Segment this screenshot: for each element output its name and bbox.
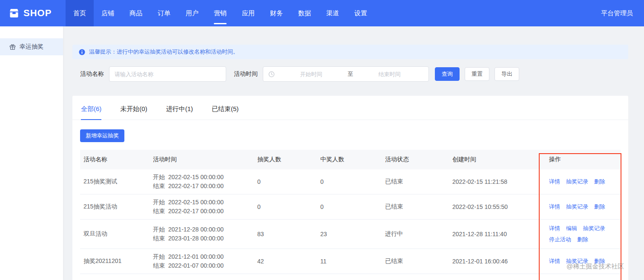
action-link-draw-record[interactable]: 抽奖记录 <box>583 223 605 234</box>
activity-time-cell: 开始2021-12-01 00:00:00 结束2022-01-07 00:00… <box>150 249 254 274</box>
tab-not-started[interactable]: 未开始(0) <box>120 105 147 120</box>
end-time-input[interactable] <box>356 71 423 77</box>
start-time-input[interactable] <box>277 71 345 77</box>
activity-time-cell: 开始2022-02-15 00:00:00 结束2022-02-17 00:00… <box>150 169 254 194</box>
column-header-draw-count: 抽奖人数 <box>254 150 317 169</box>
status-cell: 已结束 <box>382 169 449 194</box>
time-start-prefix: 开始 <box>153 174 165 180</box>
action-link-delete[interactable]: 删除 <box>594 176 605 187</box>
action-link-delete[interactable]: 删除 <box>577 234 588 245</box>
time-end-value: 2023-01-28 00:00:00 <box>168 235 224 242</box>
activity-time-label: 活动时间 <box>234 70 258 78</box>
activity-name-input[interactable] <box>109 66 226 82</box>
action-link-draw-record[interactable]: 抽奖记录 <box>566 201 588 212</box>
draw-count-cell: 42 <box>254 249 317 274</box>
user-menu[interactable]: 平台管理员 <box>601 0 644 26</box>
actions-cell: 详情 抽奖记录 删除 <box>546 249 621 274</box>
draw-count-cell: 0 <box>254 194 317 220</box>
activities-card: 全部(6) 未开始(0) 进行中(1) 已结束(5) 新增幸运抽奖 活动名称 活… <box>72 96 628 280</box>
time-end-value: 2022-01-07 00:00:00 <box>168 262 224 269</box>
nav-item-channels[interactable]: 渠道 <box>319 0 347 26</box>
filter-bar: 活动名称 活动时间 至 查询 重置 导出 <box>72 66 628 82</box>
nav-item-finance[interactable]: 财务 <box>262 0 290 26</box>
sidebar-item-lucky-draw[interactable]: 幸运抽奖 <box>0 38 63 55</box>
created-time-cell: 2022-02-15 10:55:50 <box>449 194 546 220</box>
reset-button[interactable]: 重置 <box>465 67 489 81</box>
action-link-draw-record[interactable]: 抽奖记录 <box>566 176 588 187</box>
table-row: 抽奖20211201 开始2021-12-01 00:00:00 结束2022-… <box>80 249 621 274</box>
logo-text: SHOP <box>23 8 52 19</box>
action-link-delete[interactable]: 删除 <box>594 256 605 267</box>
time-end-prefix: 结束 <box>153 235 165 242</box>
table-row: 双旦活动 开始2021-12-28 00:00:00 结束2023-01-28 … <box>80 220 621 249</box>
activity-name-cell: 215抽奖活动 <box>80 194 150 220</box>
nav-item-users[interactable]: 用户 <box>178 0 206 26</box>
column-header-created: 创建时间 <box>449 150 546 169</box>
table-row: 215抽奖活动 开始2022-02-15 00:00:00 结束2022-02-… <box>80 194 621 220</box>
range-separator: 至 <box>348 70 353 78</box>
nav-item-goods[interactable]: 商品 <box>122 0 150 26</box>
time-start-prefix: 开始 <box>153 199 165 206</box>
win-count-cell: 11 <box>317 249 382 274</box>
actions-cell: 详情 编辑 抽奖记录 停止活动 删除 <box>546 220 621 249</box>
status-cell: 已结束 <box>382 194 449 220</box>
activity-time-cell: 开始2021-12-28 00:00:00 结束2023-01-28 00:00… <box>150 220 254 249</box>
top-navbar: SHOP 首页 店铺 商品 订单 用户 营销 应用 财务 数据 渠道 设置 平台… <box>0 0 644 26</box>
sidebar-item-label: 幸运抽奖 <box>20 43 43 51</box>
actions-cell: 详情 抽奖记录 删除 <box>546 194 621 220</box>
nav-item-data[interactable]: 数据 <box>290 0 319 26</box>
action-link-detail[interactable]: 详情 <box>549 256 560 267</box>
action-link-stop-activity[interactable]: 停止活动 <box>549 234 571 245</box>
time-start-prefix: 开始 <box>153 253 165 260</box>
search-button[interactable]: 查询 <box>435 67 460 81</box>
nav-item-settings[interactable]: 设置 <box>347 0 375 26</box>
time-start-value: 2022-02-15 00:00:00 <box>168 174 224 180</box>
action-link-detail[interactable]: 详情 <box>549 201 560 212</box>
main-nav: 首页 店铺 商品 订单 用户 营销 应用 财务 数据 渠道 设置 <box>66 0 375 26</box>
nav-item-apps[interactable]: 应用 <box>234 0 262 26</box>
tab-ended[interactable]: 已结束(5) <box>212 105 239 120</box>
logo[interactable]: SHOP <box>0 0 63 26</box>
activity-name-cell: 双旦活动 <box>80 220 150 249</box>
action-link-delete[interactable]: 删除 <box>594 201 605 212</box>
add-lucky-draw-button[interactable]: 新增幸运抽奖 <box>80 129 124 142</box>
column-header-status: 活动状态 <box>382 150 449 169</box>
sidebar: 幸运抽奖 <box>0 26 63 280</box>
time-start-value: 2021-12-01 00:00:00 <box>168 253 224 260</box>
actions-cell: 详情 抽奖记录 删除 <box>546 169 621 194</box>
date-range-picker[interactable]: 至 <box>263 66 429 82</box>
export-button[interactable]: 导出 <box>494 67 519 81</box>
activity-name-label: 活动名称 <box>80 70 104 78</box>
info-icon <box>79 49 85 55</box>
tab-in-progress[interactable]: 进行中(1) <box>166 105 193 120</box>
action-link-edit[interactable]: 编辑 <box>566 223 577 234</box>
alert-text: 温馨提示：进行中的幸运抽奖活动可以修改名称和活动时间。 <box>89 48 239 56</box>
nav-item-marketing[interactable]: 营销 <box>206 0 234 26</box>
action-link-detail[interactable]: 详情 <box>549 176 560 187</box>
created-time-cell: 2022-02-15 11:21:58 <box>449 169 546 194</box>
time-end-prefix: 结束 <box>153 262 165 269</box>
nav-item-home[interactable]: 首页 <box>66 0 94 26</box>
column-header-actions: 操作 <box>546 150 621 169</box>
activities-table-wrap: 活动名称 活动时间 抽奖人数 中奖人数 活动状态 创建时间 操作 215抽奖测试… <box>72 150 628 274</box>
shop-box-icon <box>9 8 20 18</box>
column-header-name: 活动名称 <box>80 150 150 169</box>
time-end-value: 2022-02-17 00:00:00 <box>168 208 224 214</box>
nav-item-orders[interactable]: 订单 <box>150 0 178 26</box>
table-header-row: 活动名称 活动时间 抽奖人数 中奖人数 活动状态 创建时间 操作 <box>80 150 621 169</box>
draw-count-cell: 0 <box>254 169 317 194</box>
time-end-prefix: 结束 <box>153 208 165 214</box>
action-link-detail[interactable]: 详情 <box>549 223 560 234</box>
time-start-value: 2022-02-15 00:00:00 <box>168 199 224 206</box>
time-end-prefix: 结束 <box>153 183 165 189</box>
nav-item-shop[interactable]: 店铺 <box>94 0 122 26</box>
win-count-cell: 23 <box>317 220 382 249</box>
created-time-cell: 2021-12-01 16:00:46 <box>449 249 546 274</box>
activity-name-cell: 215抽奖测试 <box>80 169 150 194</box>
tab-all[interactable]: 全部(6) <box>81 105 101 120</box>
gift-icon <box>9 44 16 50</box>
info-alert: 温馨提示：进行中的幸运抽奖活动可以修改名称和活动时间。 <box>72 45 628 59</box>
action-link-draw-record[interactable]: 抽奖记录 <box>566 256 588 267</box>
time-start-prefix: 开始 <box>153 226 165 233</box>
table-row: 215抽奖测试 开始2022-02-15 00:00:00 结束2022-02-… <box>80 169 621 194</box>
